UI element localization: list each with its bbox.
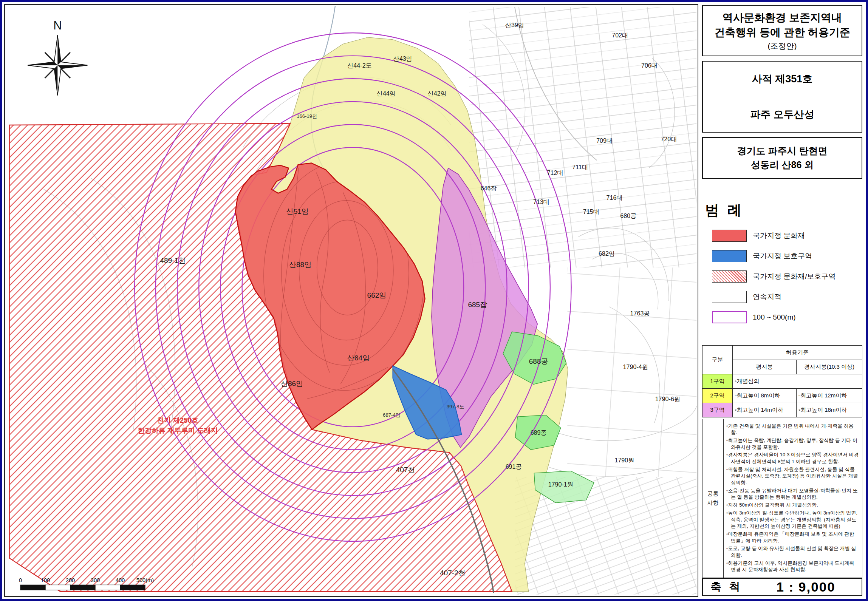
criteria-header-slope: 경사지붕(10:3 이상) <box>796 360 862 374</box>
site-designation-box: 사적 제351호 파주 오두산성 <box>702 61 862 133</box>
parcel-grid-southeast <box>515 477 696 595</box>
legend-swatch-blue <box>712 250 747 262</box>
legend-label: 국가지정 문화재/보호구역 <box>753 272 836 281</box>
criteria-value-cell: ◦최고높이 12m이하 <box>796 388 862 403</box>
map-label: 709대 <box>596 137 613 144</box>
criteria-header-main: 허용기준 <box>733 345 862 360</box>
criteria-value-cell: ◦최고높이 8m이하 <box>733 388 797 403</box>
map-label: 691공 <box>506 463 522 470</box>
scale-bar-tick: 200 <box>66 577 75 583</box>
common-item: ◦허용기준의 고시 이후, 역사문화환경 보존지역내 도시계획 변경 시 문화재… <box>726 560 859 573</box>
map-label: 713대 <box>533 198 549 205</box>
common-item: ◦경사지붕은 경사비율이 10:3 이상으로 양쪽 경사이면서 비경사면적이 전… <box>726 451 859 465</box>
legend-item: 국가지정 문화재/보호구역 <box>712 270 862 283</box>
criteria-table: 구분 허용기준 평지붕 경사지붕(10:3 이상) 1구역◦개별심의2구역◦최고… <box>702 345 862 417</box>
legend-label: 국가지정 보호구역 <box>753 251 812 261</box>
map-scale-box: 축 척 1 : 9,000 <box>702 578 862 596</box>
criteria-row: 3구역◦최고높이 14m이하◦최고높이 18m이하 <box>702 403 862 417</box>
common-item: ◦소음·진동 등을 유발하거나 대기 오염물질·화학물질·먼지 또는 열 등을 … <box>726 487 859 501</box>
map-label: 산39임 <box>505 22 524 28</box>
common-item: ◦매장문화재 유존지역은 「매장문화재 보호 및 조사에 관한 법률」에 따라 … <box>726 531 859 544</box>
map-label: 1790-6원 <box>655 396 680 402</box>
legend-label: 국가지정 문화재 <box>753 231 805 241</box>
scale-value: 1 : 9,000 <box>750 579 862 595</box>
legend-swatch-white <box>712 291 747 303</box>
common-item: ◦위험물 저장 및 처리시설, 자원순환 관련시설, 동물 및 식물관련시설(축… <box>726 466 859 486</box>
criteria-value-cell: ◦개별심의 <box>733 374 862 388</box>
cadastral-map-svg: N 0100200300400500(m) 천기 제250호 한강하류 재두루미… <box>5 5 698 596</box>
map-label: 1790원 <box>614 457 634 463</box>
map-label: 산86임 <box>281 380 303 388</box>
scale-bar-segment <box>45 585 70 590</box>
map-label: 720대 <box>661 136 677 142</box>
common-label-line1: 공통 <box>702 489 723 498</box>
map-label: 산88임 <box>289 261 311 269</box>
map-label: 711대 <box>572 164 588 170</box>
criteria-header-gubun: 구분 <box>702 345 733 374</box>
map-label: 489-1천 <box>160 256 186 264</box>
map-label: 산44임 <box>377 90 396 97</box>
compass-north-label: N <box>53 19 62 32</box>
compass-rose: N <box>28 19 87 96</box>
sheet-title-line2: 건축행위 등에 관한 허용기준 <box>704 25 860 40</box>
map-label: 407천 <box>396 466 415 474</box>
criteria-value-cell: ◦최고높이 14m이하 <box>733 403 797 417</box>
map-label: 646잡 <box>481 185 497 192</box>
site-name: 파주 오두산성 <box>704 108 860 121</box>
sheet-title-box: 역사문화환경 보존지역내 건축행위 등에 관한 허용기준 (조정안) <box>702 5 862 56</box>
map-label: 산51임 <box>286 207 309 215</box>
common-provisions-table: 공통 사항 ◦기존 건축물 및 시설물은 기존 범위 내에서 개·재축을 허용함… <box>702 419 862 578</box>
legend-items: 국가지정 문화재국가지정 보호구역국가지정 문화재/보호구역연속지적100 ~ … <box>712 230 862 323</box>
map-label: 산44-2도 <box>347 62 371 69</box>
scale-bar-segment <box>95 585 120 590</box>
legend-item: 국가지정 보호구역 <box>712 250 862 262</box>
scale-bar-tick: 0 <box>19 577 22 583</box>
site-address-line2: 성동리 산86 외 <box>704 158 860 172</box>
parcel-grid-east <box>567 267 696 477</box>
legend-swatch-red <box>712 230 747 242</box>
scale-bar-tick: 100 <box>41 577 50 583</box>
criteria-row: 2구역◦최고높이 8m이하◦최고높이 12m이하 <box>702 388 862 403</box>
scale-bar-tick: 500(m) <box>136 577 154 583</box>
sheet-subtitle: (조정안) <box>704 40 860 51</box>
map-label: 685잡 <box>468 301 487 309</box>
map-label: 682임 <box>599 250 615 257</box>
map-label: 702대 <box>612 32 628 39</box>
scale-bar-segment <box>120 585 145 590</box>
map-label: 산84임 <box>347 354 370 362</box>
criteria-zone-cell: 2구역 <box>702 388 733 403</box>
map-label: 1790-1원 <box>548 481 573 488</box>
map-label: 산42임 <box>428 90 447 97</box>
info-panel: 역사문화환경 보존지역내 건축행위 등에 관한 허용기준 (조정안) 사적 제3… <box>701 4 864 597</box>
map-label: 407-2천 <box>440 569 466 577</box>
common-item: ◦높이 3m이상의 절·성토를 수반하거나, 높이 3m이상의 법면, 석축, … <box>726 510 859 530</box>
scale-bar-tick: 300 <box>91 577 100 583</box>
map-label: 712대 <box>547 169 563 176</box>
legend-label: 연속지적 <box>753 292 781 302</box>
site-address-box: 경기도 파주시 탄현면 성동리 산86 외 <box>702 137 862 179</box>
legend-title: 범 례 <box>705 201 862 220</box>
common-label-line2: 사항 <box>702 498 723 507</box>
legend-item: 연속지적 <box>712 291 862 303</box>
red-note-line2: 한강하류 재두루미 도래지 <box>138 426 218 434</box>
site-designation: 사적 제351호 <box>704 72 860 86</box>
scale-bar-segment <box>70 585 95 590</box>
common-item: ◦지하 50m이상의 굴착행위 시 개별심의함. <box>726 502 859 508</box>
map-label: 706대 <box>641 62 658 69</box>
map-canvas: N 0100200300400500(m) 천기 제250호 한강하류 재두루미… <box>4 4 698 597</box>
scale-bar-segment <box>20 585 45 590</box>
map-label: 689종 <box>531 429 547 436</box>
legend-item: 100 ~ 500(m) <box>712 311 862 323</box>
criteria-header-flat: 평지붕 <box>733 360 797 374</box>
legend-swatch-hatch <box>712 270 747 283</box>
criteria-value-cell: ◦최고높이 18m이하 <box>796 403 862 417</box>
map-label: 산43임 <box>393 55 412 62</box>
site-address-line1: 경기도 파주시 탄현면 <box>704 144 860 158</box>
map-label: 397-8도 <box>447 404 464 409</box>
scale-bar-tick: 400 <box>116 577 125 583</box>
map-label: 680공 <box>620 212 636 219</box>
map-label: 716대 <box>607 194 623 201</box>
map-label: 1763공 <box>630 310 650 317</box>
legend-item: 국가지정 문화재 <box>712 230 862 242</box>
red-note-line1: 천기 제250호 <box>157 416 198 424</box>
